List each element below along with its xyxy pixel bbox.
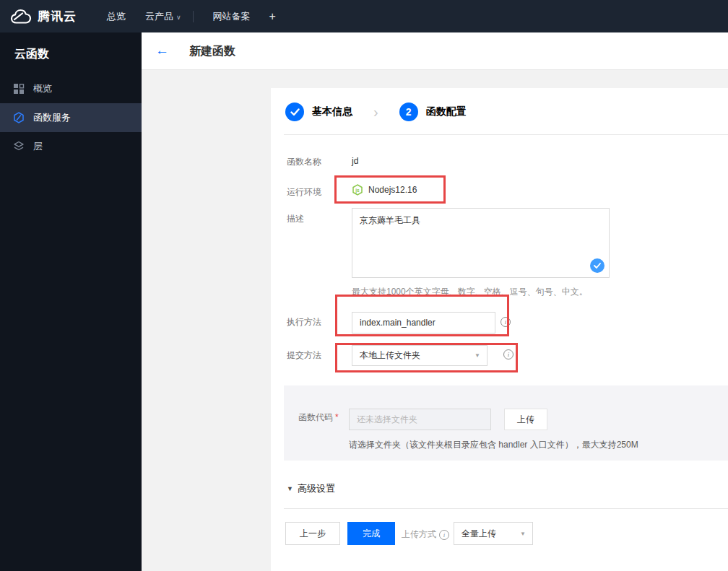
step2-number-circle: 2 bbox=[399, 103, 418, 121]
nav-divider bbox=[193, 11, 194, 22]
sidebar-item-overview[interactable]: 概览 bbox=[0, 74, 142, 103]
required-mark: * bbox=[335, 412, 339, 422]
back-arrow-icon[interactable]: ← bbox=[155, 43, 169, 58]
submit-method-value: 本地上传文件夹 bbox=[360, 349, 420, 362]
runtime-value-row: js Nodejs12.16 bbox=[352, 184, 417, 196]
sidebar-item-layers[interactable]: 层 bbox=[0, 132, 142, 161]
nav-item-overview[interactable]: 总览 bbox=[107, 10, 126, 23]
chevron-right-icon: › bbox=[373, 105, 378, 119]
brand-name: 腾讯云 bbox=[38, 8, 77, 25]
description-label: 描述 bbox=[287, 213, 304, 225]
check-icon bbox=[290, 108, 300, 116]
function-code-hint: 请选择文件夹（该文件夹根目录应包含 handler 入口文件），最大支持250M bbox=[349, 439, 638, 451]
cloud-logo-icon bbox=[10, 9, 32, 25]
sidebar-title: 云函数 bbox=[0, 32, 142, 62]
step1-label: 基本信息 bbox=[312, 105, 352, 118]
upload-mode-label: 上传方式 i bbox=[402, 528, 449, 541]
advanced-settings-toggle[interactable]: ▼ 高级设置 bbox=[287, 482, 335, 495]
upload-mode-select[interactable]: 全量上传 ▼ bbox=[454, 522, 533, 545]
step-indicator: 基本信息 › 2 函数配置 bbox=[285, 101, 467, 123]
advanced-settings-label: 高级设置 bbox=[298, 482, 335, 495]
select-caret-icon: ▼ bbox=[474, 352, 480, 359]
handler-info-icon[interactable]: i bbox=[500, 317, 511, 327]
main-area: ← 新建函数 基本信息 › 2 函数配置 函数名称 jd bbox=[142, 32, 728, 571]
upload-mode-value: 全量上传 bbox=[462, 528, 496, 540]
previous-step-button[interactable]: 上一步 bbox=[285, 522, 340, 545]
submit-method-select[interactable]: 本地上传文件夹 ▼ bbox=[352, 345, 488, 366]
step2-number: 2 bbox=[406, 106, 412, 118]
sidebar-item-label: 概览 bbox=[33, 82, 52, 95]
runtime-label: 运行环境 bbox=[287, 186, 321, 199]
submit-method-label: 提交方法 bbox=[287, 349, 321, 362]
chevron-down-icon: ∨ bbox=[176, 14, 181, 21]
top-navbar: 腾讯云 总览 云产品∨ 网站备案 + bbox=[0, 0, 728, 32]
create-function-card: 基本信息 › 2 函数配置 函数名称 jd 运行环境 js Nodejs12.1… bbox=[271, 88, 728, 571]
folder-path-input[interactable] bbox=[349, 409, 491, 430]
add-tab-icon[interactable]: + bbox=[269, 10, 276, 23]
handler-label: 执行方法 bbox=[287, 316, 321, 328]
divider bbox=[284, 134, 728, 135]
grid-icon bbox=[13, 83, 25, 95]
layers-icon bbox=[13, 141, 25, 152]
nodejs-icon: js bbox=[352, 184, 363, 196]
svg-text:js: js bbox=[355, 188, 360, 193]
triangle-down-icon: ▼ bbox=[287, 485, 293, 492]
finish-button[interactable]: 完成 bbox=[347, 522, 395, 545]
select-caret-icon: ▼ bbox=[520, 531, 526, 537]
upload-button[interactable]: 上传 bbox=[504, 409, 547, 430]
function-name-value: jd bbox=[352, 156, 358, 166]
function-name-label: 函数名称 bbox=[287, 156, 321, 168]
upload-mode-info-icon[interactable]: i bbox=[439, 530, 449, 540]
sidebar-item-function-service[interactable]: 函数服务 bbox=[0, 103, 142, 132]
step2-label: 函数配置 bbox=[426, 105, 467, 118]
page-title: 新建函数 bbox=[189, 44, 235, 59]
page-header: ← 新建函数 bbox=[142, 32, 728, 70]
nav-item-icp[interactable]: 网站备案 bbox=[213, 10, 251, 23]
submit-method-info-icon[interactable]: i bbox=[503, 349, 514, 359]
sidebar-item-label: 层 bbox=[33, 140, 43, 153]
step1-done-circle bbox=[285, 103, 304, 121]
runtime-value: Nodejs12.16 bbox=[368, 185, 417, 195]
tencent-cloud-logo[interactable]: 腾讯云 bbox=[10, 8, 77, 25]
nav-item-products[interactable]: 云产品∨ bbox=[145, 10, 181, 23]
sidebar: 云函数 概览 函数服务 层 bbox=[0, 32, 142, 571]
description-hint: 最大支持1000个英文字母、数字、空格、逗号、句号、中文。 bbox=[352, 286, 588, 298]
function-code-label: 函数代码* bbox=[298, 411, 339, 424]
sidebar-item-label: 函数服务 bbox=[33, 111, 71, 124]
valid-check-icon bbox=[590, 258, 604, 273]
page-body: 基本信息 › 2 函数配置 函数名称 jd 运行环境 js Nodejs12.1… bbox=[142, 70, 728, 571]
function-code-section: 函数代码* 上传 请选择文件夹（该文件夹根目录应包含 handler 入口文件）… bbox=[284, 385, 728, 461]
description-textarea[interactable]: 京东薅羊毛工具 bbox=[352, 208, 610, 278]
function-hexagon-icon bbox=[13, 112, 25, 123]
description-field-wrap: 京东薅羊毛工具 bbox=[352, 208, 610, 278]
divider bbox=[284, 508, 728, 509]
handler-input[interactable] bbox=[352, 312, 495, 334]
